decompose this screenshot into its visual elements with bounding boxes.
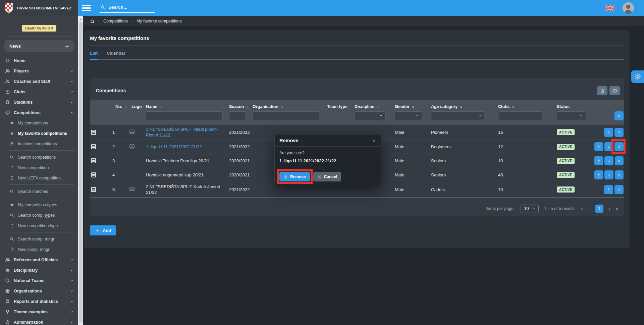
move-up-button[interactable] (604, 185, 613, 194)
sidebar-item-new-comp-mngr[interactable]: New comp. mngr (0, 244, 78, 255)
competition-name[interactable]: Hrvatski nogometni kup 20/21 (146, 172, 204, 177)
sidebar-item-referees-and-officials[interactable]: Referees and Officials (0, 255, 78, 265)
sidebar-item-my-favorite-competitions[interactable]: My favorite competitions (0, 128, 78, 139)
filter-input-season[interactable] (229, 111, 246, 120)
next-page-button[interactable]: › (609, 206, 610, 211)
column-label[interactable]: Clubs↑↓ (498, 103, 556, 110)
breadcrumb-my-favorite-competitions[interactable]: My favorite competitions (137, 19, 182, 23)
breadcrumb-competitions[interactable]: Competitions (103, 19, 128, 23)
clear-filters-button[interactable] (614, 111, 624, 120)
competition-name-link[interactable]: 1. liga U-11 2021/2022 21/22 (146, 144, 202, 149)
items-per-page-select[interactable]: 10 (521, 205, 539, 213)
user-avatar[interactable] (623, 2, 634, 14)
filter-select-age-category[interactable] (431, 111, 484, 120)
competition-name-link[interactable]: 1.NL "SREDIŠTA SPLIT Mlađi pioniri-Pioni… (146, 127, 218, 138)
sidebar-item-search-competitions[interactable]: Search competitions (0, 152, 78, 162)
sidebar-item-news[interactable]: News (4, 40, 74, 52)
filter-select-gender[interactable] (395, 111, 422, 120)
tab-calendar[interactable]: Calendar (107, 51, 125, 59)
chevron-down-icon (379, 114, 383, 118)
move-down-button[interactable] (604, 128, 613, 137)
sidebar-item-players[interactable]: Players (0, 66, 78, 76)
previous-page-button[interactable]: ‹ (588, 206, 590, 211)
scrollbar-thumb[interactable] (79, 22, 83, 323)
sidebar-item-inactive-competitions[interactable]: Inactive competitions (0, 139, 78, 149)
column-label[interactable]: Discipline↑↓ (355, 103, 394, 110)
drag-handle-icon[interactable] (91, 172, 96, 177)
move-up-button[interactable] (594, 156, 603, 165)
move-up-button[interactable] (594, 170, 603, 179)
plus-icon[interactable] (65, 44, 69, 49)
confirm-remove-button[interactable]: Remove (279, 172, 310, 181)
move-down-button[interactable] (604, 142, 613, 151)
filter-select-status[interactable] (557, 111, 586, 120)
competition-name[interactable]: Hrvatski Telekom Prva liga 20/21 (146, 158, 209, 163)
remove-competition-button[interactable] (614, 142, 624, 151)
sidebar-item-stadiums[interactable]: Stadiums (0, 97, 78, 107)
sidebar-item-clubs[interactable]: Clubs (0, 87, 78, 97)
column-label[interactable]: No.↑↓ (115, 103, 128, 110)
move-down-button[interactable] (604, 156, 613, 165)
sidebar-item-new-competition-type[interactable]: New competition type (0, 220, 78, 231)
brand-name: HRVATSKI NOGOMETNI SAVEZ (17, 6, 71, 10)
sidebar-item-my-competition-types[interactable]: My competition types (0, 200, 78, 210)
remove-competition-button[interactable] (615, 170, 624, 179)
sidebar-item-theme-examples[interactable]: Theme examples (0, 307, 78, 317)
first-page-button[interactable]: « (580, 206, 583, 211)
cancel-button[interactable]: Cancel (313, 172, 341, 181)
drag-handle-icon[interactable] (91, 130, 96, 135)
cell-gender: Male (394, 187, 430, 192)
remove-competition-button[interactable] (614, 128, 624, 137)
filter-input-clubs[interactable] (498, 111, 542, 120)
home-icon[interactable] (90, 19, 95, 23)
remove-competition-button[interactable] (615, 156, 624, 165)
sidebar-item-new-competition[interactable]: New competition (0, 162, 78, 173)
sidebar-item-label: Disciplinary (14, 268, 66, 273)
export-excel-button[interactable] (597, 86, 607, 95)
scrollbar-up-arrow-icon[interactable]: ▲ (78, 18, 83, 21)
sidebar-item-home[interactable]: Home (0, 55, 78, 66)
column-label[interactable]: Name↑↓ (146, 103, 228, 110)
sidebar-item-search-comp-mngr[interactable]: Search comp. mngr (0, 234, 78, 244)
settings-gear-button[interactable] (631, 70, 644, 83)
drag-handle-icon[interactable] (91, 158, 96, 163)
drag-handle-icon[interactable] (91, 144, 96, 149)
column-label[interactable]: Gender↑↓ (395, 103, 430, 110)
chevron-down-icon (70, 90, 74, 94)
sidebar-item-my-competitions[interactable]: My competitions (0, 118, 78, 128)
sidebar-item-disciplinary[interactable]: Disciplinary (0, 265, 78, 275)
search-input[interactable] (108, 5, 149, 10)
remove-competition-button[interactable] (614, 185, 624, 194)
sidebar-item-competitions[interactable]: Competitions (0, 107, 78, 118)
sidebar-item-organisations[interactable]: Organisations (0, 286, 78, 296)
sidebar-item-label: Organisations (14, 289, 66, 293)
column-label[interactable]: Organisation↑↓ (253, 103, 326, 110)
language-flag-icon[interactable] (605, 5, 614, 11)
sidebar-item-administration[interactable]: Administration (0, 317, 78, 325)
close-icon[interactable] (372, 139, 376, 143)
last-page-button[interactable]: » (615, 206, 618, 211)
sidebar-item-reports-and-statistics[interactable]: Reports and Statistics (0, 296, 78, 307)
column-settings-button[interactable] (609, 86, 620, 95)
filter-input-name[interactable] (146, 111, 223, 120)
sidebar-scrollbar[interactable]: ▲ (78, 16, 83, 325)
sidebar-item-search-comp-types[interactable]: Search comp. types (0, 210, 78, 220)
sidebar-item-new-uefa-competition[interactable]: New UEFA competition (0, 173, 78, 183)
briefcase-icon (5, 268, 10, 273)
column-label[interactable]: Age category↑↓ (431, 103, 497, 110)
current-page-button[interactable]: 1 (595, 205, 603, 213)
filter-select-discipline[interactable] (355, 111, 386, 120)
move-down-button[interactable] (604, 170, 613, 179)
competition-name[interactable]: 2.NL "SREDIŠTA SPLIT Kadeti-Juniori 21/2… (146, 184, 220, 195)
add-button[interactable]: Add (90, 225, 116, 235)
column-label[interactable]: Season↑↓ (229, 103, 252, 110)
sidebar-item-coaches-and-staff[interactable]: Coaches and Staff (0, 76, 78, 87)
sidebar-item-search-matches[interactable]: Search matches (0, 186, 78, 197)
filter-input-organisation[interactable] (253, 111, 319, 120)
tab-list[interactable]: List (90, 51, 98, 60)
menu-toggle-icon[interactable] (82, 5, 91, 11)
drag-handle-icon[interactable] (91, 187, 96, 192)
sidebar-item-national-teams[interactable]: National Teams (0, 275, 78, 286)
cell-age-category: Seniors (430, 172, 497, 177)
move-up-button[interactable] (594, 142, 603, 151)
